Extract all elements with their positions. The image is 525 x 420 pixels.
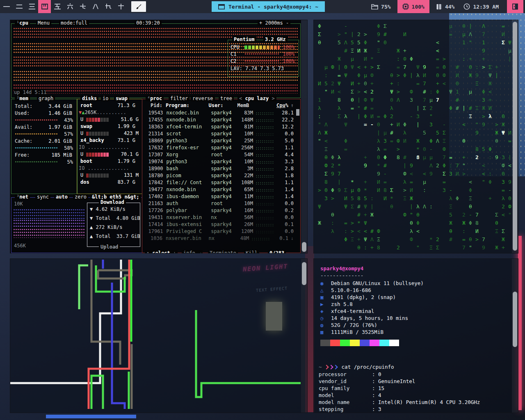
tray-clock[interactable]: 12:39 AM: [461, 0, 501, 13]
proc-row[interactable]: 18363xfce4-terminsparky481M12.2: [145, 124, 294, 131]
proc-row[interactable]: 17961Privileged Csparky4120M0.0: [145, 228, 294, 235]
matrix-glyph: +: [370, 245, 374, 250]
disks-swap-tab[interactable]: swap: [114, 96, 129, 101]
proc-row[interactable]: 17726polybarsparky416M0.2: [145, 208, 294, 215]
workspace-list: [0, 0, 127, 13]
disk-used-row: U 70.1 G: [80, 151, 139, 157]
tray-memory[interactable]: 44%: [434, 0, 457, 13]
proc-tree-tab[interactable]: tree: [219, 96, 234, 101]
proc-box-tab[interactable]: ⁴proc: [146, 96, 164, 101]
paintbrush-launcher[interactable]: [131, 1, 146, 12]
proc-scroll-thumb[interactable]: [296, 109, 299, 116]
proc-row[interactable]: 19431nxserver.binnx56M0.0: [145, 215, 294, 221]
matrix-glyph: +: [495, 64, 498, 70]
proc-row[interactable]: 18869python3sparky425M5.0: [145, 138, 294, 145]
matrix-glyph: 0: [502, 171, 505, 176]
proc-row[interactable]: 19074python3sparky410M3.3: [145, 159, 294, 166]
net-rate-row: ▼ 4.62 KiB/s: [90, 206, 126, 212]
proc-row[interactable]: 19543nxcodec.binsparky483M28.1: [145, 110, 294, 117]
proc-sort-tab[interactable]: < cpu lazy >: [237, 96, 276, 101]
power-exit-button[interactable]: [507, 0, 523, 13]
proc-row[interactable]: 17632firefox-esrsparky4256M1.1: [145, 145, 294, 152]
mem-graph-tab[interactable]: graph: [37, 96, 55, 101]
proc-row[interactable]: 17307Xorgroot54M4.4: [145, 152, 294, 159]
matrix-glyph: 0: [436, 73, 439, 78]
matrix-glyph: Ф: [331, 64, 334, 70]
workspace-2[interactable]: [13, 0, 25, 13]
shell-prompt: ~ cat /proc/cpuinfo: [319, 364, 394, 370]
proc-row[interactable]: 1036nxserver.binnx48M0.1↓: [145, 235, 294, 242]
proc-terminate-button[interactable]: Terminate: [208, 250, 238, 253]
proc-row[interactable]: 17414ibus-extensisparky426M0.1: [145, 221, 294, 228]
proc-row[interactable]: 21163authroot10M0.0: [145, 201, 294, 208]
matrix-glyph: Ψ: [344, 73, 347, 78]
workspace-3[interactable]: [25, 0, 38, 13]
proc-kill-button[interactable]: Kill: [244, 250, 259, 253]
proc-select-control[interactable]: ↑ select ↓: [145, 250, 178, 253]
matrix-glyph: #: [456, 105, 459, 111]
pipe-segment: [196, 310, 301, 397]
matrix-glyph: И: [456, 171, 459, 176]
workspace-1[interactable]: [0, 0, 13, 13]
proc-reverse-tab[interactable]: reverse: [191, 96, 215, 101]
net-zero-tab[interactable]: zero: [73, 194, 88, 200]
pipes-scrollbar[interactable]: [301, 259, 307, 413]
neofetch-scrollbar-thumb[interactable]: [513, 292, 517, 347]
net-interface-tab[interactable]: &lt;b eth5 n&gt;: [90, 194, 141, 200]
net-auto-tab[interactable]: auto: [54, 194, 69, 200]
tray-cpu[interactable]: 100%: [397, 0, 429, 13]
workspace-glyph-七: [79, 2, 87, 11]
matrix-glyph: λ: [390, 105, 393, 111]
matrix-glyph: 7: [436, 97, 439, 103]
proc-row[interactable]: 17842file:// Contsparky4108M1.1: [145, 180, 294, 187]
proc-row[interactable]: 19477nxnode.binsparky465M1.4: [145, 187, 294, 194]
tray-disk[interactable]: 75%: [369, 0, 393, 13]
matrix-glyph: И: [410, 187, 413, 193]
pipes-scrollbar-thumb[interactable]: [302, 262, 306, 285]
proc-row[interactable]: 18780picomsparky422M1.8: [145, 173, 294, 180]
matrix-glyph: Σ: [324, 171, 328, 176]
matrix-glyph: μ: [429, 97, 433, 103]
matrix-glyph: =: [436, 64, 439, 70]
matrix-glyph: ": [324, 89, 328, 94]
net-box-tab[interactable]: ³net: [15, 194, 30, 200]
workspace-7[interactable]: [76, 0, 89, 13]
cmatrix-scrollbar[interactable]: [512, 20, 518, 253]
neofetch-scrollbar[interactable]: [512, 259, 518, 413]
matrix-glyph: 2: [475, 155, 479, 160]
proc-row[interactable]: 17455nxnode.binsparky4148M22.2: [145, 117, 294, 124]
proc-row[interactable]: 17402ibus-daemonsparky411M1.4: [145, 194, 294, 201]
mem-box-tab[interactable]: ²mem: [15, 96, 30, 101]
matrix-glyph: >: [482, 114, 485, 119]
cmatrix-scrollbar-thumb[interactable]: [513, 22, 517, 251]
disks-io-tab[interactable]: io: [101, 96, 110, 101]
matrix-glyph: -: [443, 122, 446, 127]
matrix-glyph: >: [443, 56, 446, 62]
neofetch-info-row: ▦1111MiB / 3525MiB: [320, 329, 383, 335]
matrix-glyph: ": [462, 163, 466, 168]
workspace-8[interactable]: [89, 0, 102, 13]
bashtop-scrollbar-thumb[interactable]: [302, 242, 306, 252]
proc-info-button[interactable]: info ↵: [182, 250, 203, 253]
menu-button[interactable]: Menu: [36, 20, 51, 26]
workspace-5[interactable]: [51, 0, 64, 13]
neofetch-info-row: ▶zsh 5.8: [320, 301, 353, 307]
bashtop-scrollbar[interactable]: [301, 20, 307, 253]
workspace-9[interactable]: [102, 0, 114, 13]
workspace-10[interactable]: [114, 0, 127, 13]
interval-control[interactable]: + 2000ms -: [258, 20, 290, 26]
proc-filter-tab[interactable]: filter: [169, 96, 189, 101]
matrix-glyph: |: [410, 204, 413, 209]
matrix-glyph: μ: [351, 56, 354, 62]
cpu-box-tab[interactable]: ¹cpu: [15, 20, 30, 26]
proc-row[interactable]: 21314scrotsparky410M0.0: [145, 131, 294, 138]
disks-box-tab[interactable]: disks: [80, 96, 98, 101]
proc-row[interactable]: 18900bashsparky43M2.8: [145, 166, 294, 173]
matrix-glyph: <: [338, 89, 341, 94]
window-title-chip[interactable]: Terminal - sparky4@xompy4: ~: [212, 1, 325, 12]
workspace-6[interactable]: [64, 0, 76, 13]
workspace-4[interactable]: [38, 0, 51, 13]
net-sync-tab[interactable]: sync: [35, 194, 50, 200]
mode-toggle[interactable]: mode:full: [59, 20, 89, 26]
matrix-glyph: θ: [324, 155, 328, 160]
